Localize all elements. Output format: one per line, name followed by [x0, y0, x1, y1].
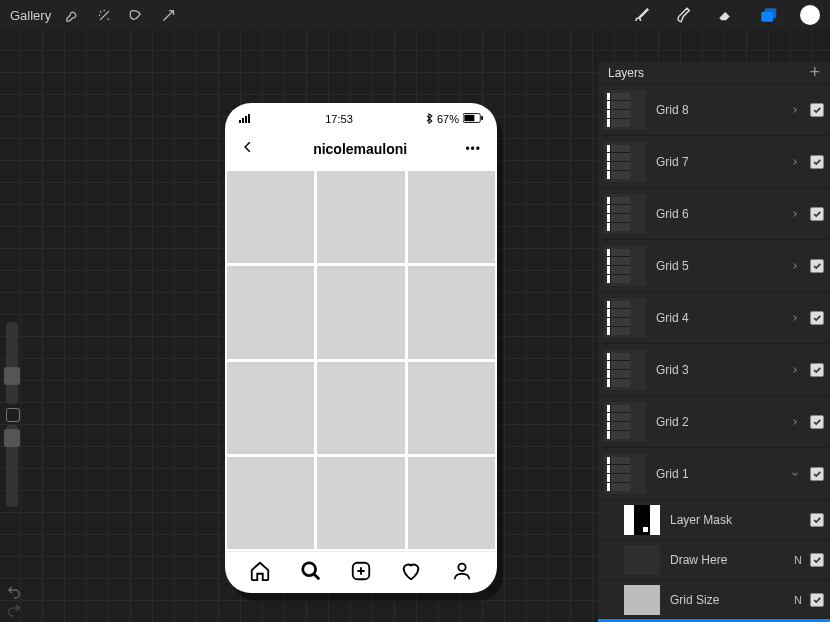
- layer-row[interactable]: Grid SizeN: [598, 579, 830, 619]
- search-icon[interactable]: [300, 560, 322, 586]
- svg-rect-7: [464, 115, 474, 121]
- svg-point-11: [458, 563, 465, 570]
- phone-time: 17:53: [325, 113, 353, 125]
- blend-mode-indicator[interactable]: N: [794, 554, 802, 566]
- visibility-checkbox[interactable]: [810, 363, 824, 377]
- grid-cell: [317, 171, 404, 263]
- visibility-checkbox[interactable]: [810, 155, 824, 169]
- wand-icon[interactable]: [95, 6, 113, 24]
- layers-panel: Layers + Grid 8Grid 7Grid 6Grid 5Grid 4G…: [598, 62, 830, 622]
- grid-cell: [408, 362, 495, 454]
- svg-rect-3: [242, 118, 244, 123]
- layer-row[interactable]: Draw HereN: [598, 539, 830, 579]
- wrench-icon[interactable]: [63, 6, 81, 24]
- layer-row[interactable]: Layer Mask: [598, 499, 830, 539]
- grid-cell: [408, 171, 495, 263]
- battery-icon: [463, 113, 483, 125]
- chevron-right-icon[interactable]: [788, 103, 802, 117]
- visibility-checkbox[interactable]: [810, 467, 824, 481]
- profile-username: nicolemauloni: [313, 141, 407, 157]
- layer-thumbnail: [604, 402, 646, 442]
- svg-point-9: [302, 562, 315, 575]
- modifier-button[interactable]: [6, 408, 20, 422]
- layer-thumbnail: [604, 142, 646, 182]
- layers-icon[interactable]: [758, 5, 778, 25]
- more-icon[interactable]: •••: [465, 142, 481, 156]
- selection-icon[interactable]: [127, 6, 145, 24]
- add-post-icon[interactable]: [350, 560, 372, 586]
- chevron-right-icon[interactable]: [788, 415, 802, 429]
- layer-label: Grid 8: [656, 103, 788, 117]
- brush-icon[interactable]: [632, 5, 652, 25]
- heart-icon[interactable]: [400, 560, 422, 586]
- topbar-right: [632, 5, 820, 25]
- opacity-slider[interactable]: [6, 425, 18, 507]
- tool-row: [63, 6, 177, 24]
- gallery-button[interactable]: Gallery: [10, 8, 51, 23]
- color-swatch[interactable]: [800, 5, 820, 25]
- layer-label: Grid 6: [656, 207, 788, 221]
- visibility-checkbox[interactable]: [810, 207, 824, 221]
- chevron-right-icon[interactable]: [788, 311, 802, 325]
- smudge-icon[interactable]: [674, 5, 694, 25]
- layers-header: Layers +: [598, 62, 830, 83]
- topbar: Gallery: [0, 0, 830, 30]
- phone-statusbar: 17:53 67%: [225, 103, 497, 129]
- layer-group-row[interactable]: Grid 8: [598, 83, 830, 135]
- layer-thumbnail: [604, 298, 646, 338]
- profile-icon[interactable]: [451, 560, 473, 586]
- canvas-area[interactable]: 17:53 67% nicolemauloni •••: [0, 30, 830, 622]
- visibility-checkbox[interactable]: [810, 593, 824, 607]
- visibility-checkbox[interactable]: [810, 513, 824, 527]
- back-icon[interactable]: [241, 140, 255, 158]
- move-icon[interactable]: [159, 6, 177, 24]
- svg-rect-4: [245, 116, 247, 123]
- layer-thumbnail: [624, 585, 660, 615]
- undo-icon[interactable]: [4, 582, 24, 602]
- chevron-right-icon[interactable]: [788, 259, 802, 273]
- layer-thumbnail: [604, 246, 646, 286]
- phone-bottomnav: [225, 551, 497, 593]
- layer-label: Layer Mask: [670, 513, 788, 527]
- visibility-checkbox[interactable]: [810, 415, 824, 429]
- layer-group-row[interactable]: Grid 3: [598, 343, 830, 395]
- phone-mockup: 17:53 67% nicolemauloni •••: [225, 103, 497, 593]
- battery-text: 67%: [437, 113, 459, 125]
- layer-thumbnail: [604, 350, 646, 390]
- layer-thumbnail: [624, 505, 660, 535]
- svg-rect-8: [481, 116, 483, 120]
- visibility-checkbox[interactable]: [810, 553, 824, 567]
- layer-label: Grid 7: [656, 155, 788, 169]
- grid-cell: [408, 457, 495, 549]
- redo-icon[interactable]: [4, 600, 24, 620]
- home-icon[interactable]: [249, 560, 271, 586]
- layer-group-row[interactable]: Grid 5: [598, 239, 830, 291]
- layer-list: Grid 8Grid 7Grid 6Grid 5Grid 4Grid 3Grid…: [598, 83, 830, 622]
- layers-title: Layers: [608, 66, 644, 80]
- layer-group-row[interactable]: Grid 1: [598, 447, 830, 499]
- layer-label: Grid 3: [656, 363, 788, 377]
- visibility-checkbox[interactable]: [810, 311, 824, 325]
- layer-group-row[interactable]: Grid 4: [598, 291, 830, 343]
- layer-group-row[interactable]: Grid 6: [598, 187, 830, 239]
- grid-cell: [227, 266, 314, 358]
- layer-group-row[interactable]: Grid 2: [598, 395, 830, 447]
- eraser-icon[interactable]: [716, 5, 736, 25]
- layer-thumbnail: [604, 454, 646, 494]
- blend-mode-indicator[interactable]: N: [794, 594, 802, 606]
- layer-thumbnail: [604, 90, 646, 130]
- add-layer-icon[interactable]: +: [809, 62, 820, 83]
- chevron-right-icon[interactable]: [788, 363, 802, 377]
- chevron-down-icon[interactable]: [788, 467, 802, 481]
- bluetooth-icon: [425, 113, 433, 126]
- chevron-right-icon[interactable]: [788, 155, 802, 169]
- layer-label: Grid 5: [656, 259, 788, 273]
- grid-cell: [227, 171, 314, 263]
- svg-rect-2: [239, 120, 241, 123]
- visibility-checkbox[interactable]: [810, 259, 824, 273]
- layer-group-row[interactable]: Grid 7: [598, 135, 830, 187]
- visibility-checkbox[interactable]: [810, 103, 824, 117]
- brush-size-slider[interactable]: [6, 322, 18, 404]
- layer-label: Grid Size: [670, 593, 794, 607]
- chevron-right-icon[interactable]: [788, 207, 802, 221]
